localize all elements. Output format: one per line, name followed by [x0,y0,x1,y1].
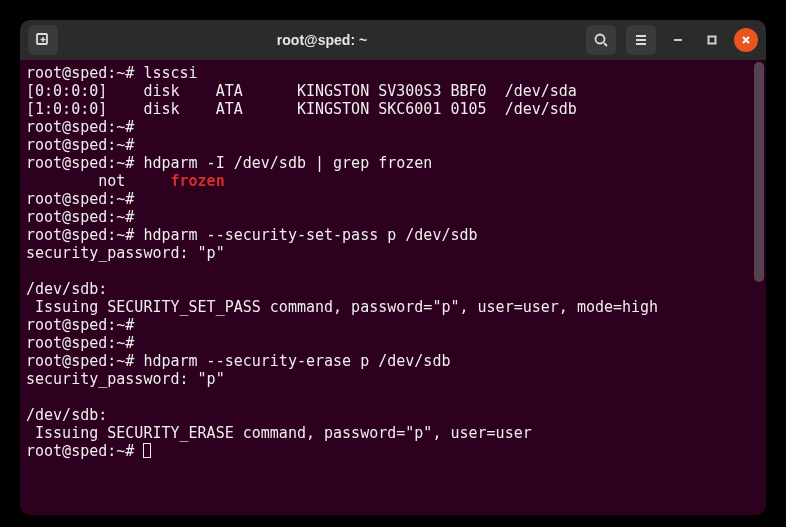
terminal-window: root@sped: ~ root@sped:~# lsscsi[0:0:0:0… [20,20,766,515]
command-text: lsscsi [143,64,197,82]
terminal-line: root@sped:~# [26,334,760,352]
shell-prompt: root@sped:~# [26,190,143,208]
menu-button[interactable] [626,25,656,55]
terminal-line: root@sped:~# hdparm --security-set-pass … [26,226,760,244]
command-text: hdparm -I /dev/sdb | grep frozen [143,154,432,172]
terminal-content[interactable]: root@sped:~# lsscsi[0:0:0:0] disk ATA KI… [20,60,766,464]
titlebar: root@sped: ~ [20,20,766,60]
terminal-line [26,262,760,280]
svg-point-1 [596,35,605,44]
command-text: hdparm --security-erase p /dev/sdb [143,352,450,370]
terminal-line: Issuing SECURITY_SET_PASS command, passw… [26,298,760,316]
minimize-button[interactable] [666,28,690,52]
shell-prompt: root@sped:~# [26,64,143,82]
terminal-line: security_password: "p" [26,370,760,388]
terminal-line: root@sped:~# hdparm -I /dev/sdb | grep f… [26,154,760,172]
terminal-line: root@sped:~# [26,118,760,136]
terminal-line: [0:0:0:0] disk ATA KINGSTON SV300S3 BBF0… [26,82,760,100]
shell-prompt: root@sped:~# [26,208,143,226]
grep-match: frozen [171,172,225,190]
terminal-line: root@sped:~# [26,442,760,460]
shell-prompt: root@sped:~# [26,118,143,136]
shell-prompt: root@sped:~# [26,136,143,154]
terminal-line: /dev/sdb: [26,280,760,298]
shell-prompt: root@sped:~# [26,352,143,370]
maximize-button[interactable] [700,28,724,52]
terminal-line: /dev/sdb: [26,406,760,424]
window-title: root@sped: ~ [66,32,578,48]
terminal-line: root@sped:~# lsscsi [26,64,760,82]
scrollbar-thumb[interactable] [754,62,764,282]
shell-prompt: root@sped:~# [26,442,143,460]
new-tab-button[interactable] [28,25,58,55]
terminal-line: [1:0:0:0] disk ATA KINGSTON SKC6001 0105… [26,100,760,118]
shell-prompt: root@sped:~# [26,154,143,172]
command-text: hdparm --security-set-pass p /dev/sdb [143,226,477,244]
grep-context: not [26,172,171,190]
shell-prompt: root@sped:~# [26,316,143,334]
terminal-line: root@sped:~# [26,136,760,154]
terminal-line: not frozen [26,172,760,190]
terminal-line: security_password: "p" [26,244,760,262]
terminal-line: root@sped:~# [26,316,760,334]
shell-prompt: root@sped:~# [26,226,143,244]
terminal-line [26,388,760,406]
terminal-line: Issuing SECURITY_ERASE command, password… [26,424,760,442]
terminal-line: root@sped:~# [26,208,760,226]
close-button[interactable] [734,28,758,52]
shell-prompt: root@sped:~# [26,334,143,352]
cursor [143,443,151,458]
search-button[interactable] [586,25,616,55]
svg-rect-2 [709,37,716,44]
terminal-line: root@sped:~# hdparm --security-erase p /… [26,352,760,370]
terminal-line: root@sped:~# [26,190,760,208]
